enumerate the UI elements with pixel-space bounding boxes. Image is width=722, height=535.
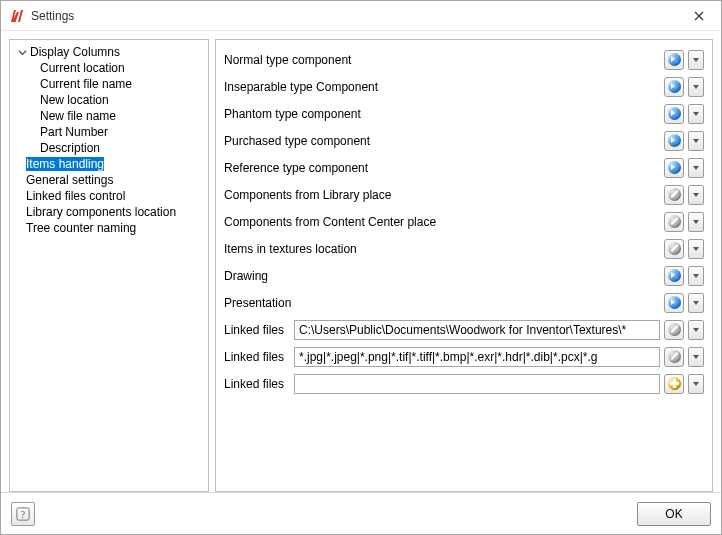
setting-label: Normal type component [224,53,660,67]
chevron-down-icon [693,220,699,224]
setting-label: Components from Content Center place [224,215,660,229]
linked-files-input[interactable] [294,347,660,367]
status-button[interactable] [664,320,684,340]
status-play-icon [668,107,681,120]
setting-row: Inseparable type Component [224,73,704,100]
chevron-down-icon [693,166,699,170]
setting-label: Reference type component [224,161,660,175]
tree-child[interactable]: New file name [12,108,206,124]
status-button[interactable] [664,212,684,232]
tree-root-label: Display Columns [30,45,120,59]
dropdown-button[interactable] [688,131,704,151]
status-button[interactable] [664,293,684,313]
dialog-body: Display Columns Current location Current… [1,31,721,492]
dropdown-button[interactable] [688,239,704,259]
setting-row: Reference type component [224,154,704,181]
setting-label: Purchased type component [224,134,660,148]
titlebar: Settings [1,1,721,31]
tree-child[interactable]: Current location [12,60,206,76]
close-button[interactable] [679,2,719,30]
help-button[interactable]: ? [11,502,35,526]
setting-label: Drawing [224,269,660,283]
plus-icon [668,377,681,390]
tree-child[interactable]: Description [12,140,206,156]
dropdown-button[interactable] [688,158,704,178]
setting-row: Drawing [224,262,704,289]
dropdown-button[interactable] [688,104,704,124]
linked-files-input[interactable] [294,374,660,394]
status-button[interactable] [664,185,684,205]
dialog-footer: ? OK [1,492,721,534]
tree-node-linked-files-control[interactable]: Linked files control [12,188,206,204]
linked-files-input[interactable] [294,320,660,340]
chevron-down-icon [693,247,699,251]
setting-row: Phantom type component [224,100,704,127]
status-disabled-icon [668,215,681,228]
dropdown-button[interactable] [688,77,704,97]
setting-row: Normal type component [224,46,704,73]
dropdown-button[interactable] [688,347,704,367]
tree-node-general-settings[interactable]: General settings [12,172,206,188]
dropdown-button[interactable] [688,293,704,313]
chevron-down-icon [693,382,699,386]
linked-files-row: Linked files [224,370,704,397]
setting-label: Items in textures location [224,242,660,256]
status-button[interactable] [664,131,684,151]
setting-label: Phantom type component [224,107,660,121]
dropdown-button[interactable] [688,212,704,232]
status-play-icon [668,269,681,282]
chevron-down-icon [693,112,699,116]
status-button[interactable] [664,104,684,124]
ok-button[interactable]: OK [637,502,711,526]
help-icon: ? [16,507,30,521]
dropdown-button[interactable] [688,374,704,394]
linked-files-label: Linked files [224,350,290,364]
dropdown-button[interactable] [688,50,704,70]
setting-row: Purchased type component [224,127,704,154]
chevron-down-icon [693,193,699,197]
tree-root-display-columns[interactable]: Display Columns [12,44,206,60]
setting-row: Components from Library place [224,181,704,208]
add-button[interactable] [664,374,684,394]
chevron-down-icon [693,355,699,359]
tree-child[interactable]: New location [12,92,206,108]
status-disabled-icon [668,188,681,201]
chevron-down-icon [693,58,699,62]
dropdown-button[interactable] [688,320,704,340]
chevron-down-icon [693,274,699,278]
status-disabled-icon [668,242,681,255]
chevron-down-icon [693,139,699,143]
status-button[interactable] [664,266,684,286]
status-disabled-icon [668,350,681,363]
chevron-down-icon [693,328,699,332]
tree-panel: Display Columns Current location Current… [9,39,209,492]
linked-files-label: Linked files [224,377,290,391]
status-button[interactable] [664,347,684,367]
setting-row: Components from Content Center place [224,208,704,235]
chevron-down-icon [693,301,699,305]
setting-label: Inseparable type Component [224,80,660,94]
status-button[interactable] [664,239,684,259]
setting-label: Components from Library place [224,188,660,202]
linked-files-row: Linked files [224,316,704,343]
status-button[interactable] [664,158,684,178]
setting-row: Items in textures location [224,235,704,262]
dropdown-button[interactable] [688,185,704,205]
status-play-icon [668,80,681,93]
content-panel: Normal type component Inseparable type C… [215,39,713,492]
tree-node-items-handling[interactable]: Items handling [12,156,206,172]
settings-dialog: Settings Display Columns Current locatio… [0,0,722,535]
expander-icon[interactable] [16,46,28,58]
chevron-down-icon [693,85,699,89]
tree-child[interactable]: Part Number [12,124,206,140]
tree-child[interactable]: Current file name [12,76,206,92]
status-button[interactable] [664,77,684,97]
status-play-icon [668,53,681,66]
window-title: Settings [31,9,679,23]
setting-label: Presentation [224,296,660,310]
dropdown-button[interactable] [688,266,704,286]
linked-files-row: Linked files [224,343,704,370]
status-button[interactable] [664,50,684,70]
tree-node-tree-counter-naming[interactable]: Tree counter naming [12,220,206,236]
tree-node-library-components-location[interactable]: Library components location [12,204,206,220]
